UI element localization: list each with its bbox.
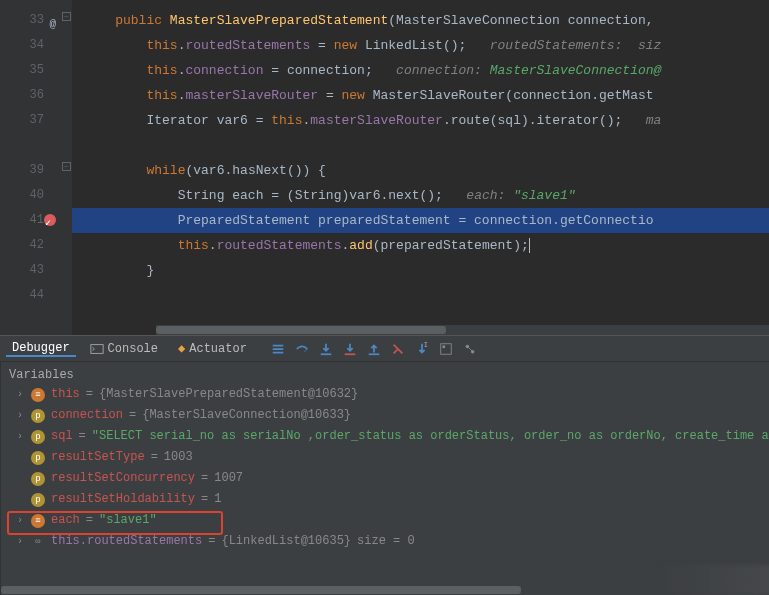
variable-row-resultsetconcurrency[interactable]: p resultSetConcurrency = 1007 <box>1 468 769 489</box>
object-icon: ≡ <box>31 514 45 528</box>
code-area[interactable]: public MasterSlavePreparedStatement(Mast… <box>72 0 769 335</box>
line-number: 36 <box>0 83 72 108</box>
expand-icon[interactable]: › <box>15 426 25 447</box>
code-line[interactable]: String each = (String)var6.next(); each:… <box>72 183 769 208</box>
run-to-cursor-icon[interactable]: I <box>415 342 429 356</box>
svg-rect-1 <box>321 353 332 355</box>
tab-actuator[interactable]: ◆ Actuator <box>172 341 253 356</box>
editor-gutter: 33@ 34 35 36 37 39 40 41 42 43 44 − − <box>0 0 72 335</box>
step-over-icon[interactable] <box>295 342 309 356</box>
code-line[interactable]: public MasterSlavePreparedStatement(Mast… <box>72 8 769 33</box>
param-icon: p <box>31 430 45 444</box>
console-icon <box>90 342 104 356</box>
step-into-icon[interactable] <box>319 342 333 356</box>
svg-text:I: I <box>424 342 428 349</box>
code-line[interactable]: Iterator var6 = this.masterSlaveRouter.r… <box>72 108 769 133</box>
svg-rect-0 <box>90 344 102 353</box>
show-execution-point-icon[interactable] <box>271 342 285 356</box>
expand-icon[interactable]: › <box>15 510 25 531</box>
code-line[interactable]: this.routedStatements.add(preparedStatem… <box>72 233 769 258</box>
evaluate-icon[interactable] <box>439 342 453 356</box>
force-step-into-icon[interactable] <box>343 342 357 356</box>
variable-row-connection[interactable]: › p connection = {MasterSlaveConnection@… <box>1 405 769 426</box>
line-number: 37 <box>0 108 72 133</box>
code-line[interactable]: this.connection = connection; connection… <box>72 58 769 83</box>
step-out-icon[interactable] <box>367 342 381 356</box>
link-icon: ∞ <box>31 535 45 549</box>
variable-row-each[interactable]: › ≡ each = "slave1" <box>1 510 769 531</box>
code-editor[interactable]: 33@ 34 35 36 37 39 40 41 42 43 44 − − pu… <box>0 0 769 335</box>
code-line-blank[interactable] <box>72 283 769 308</box>
variable-row-resultsettype[interactable]: p resultSetType = 1003 <box>1 447 769 468</box>
code-line-blank[interactable] <box>72 133 769 158</box>
line-number-blank <box>0 133 72 158</box>
expand-icon[interactable]: › <box>15 405 25 426</box>
param-icon: p <box>31 409 45 423</box>
variables-panel[interactable]: Variables › ≡ this = {MasterSlavePrepare… <box>1 362 769 595</box>
param-icon: p <box>31 451 45 465</box>
blur-overlay <box>658 565 769 595</box>
line-number: 43 <box>0 258 72 283</box>
actuator-icon: ◆ <box>178 341 185 356</box>
variables-horizontal-scrollbar[interactable] <box>1 585 769 595</box>
variable-row-sql[interactable]: › p sql = "SELECT serial_no as serialNo … <box>1 426 769 447</box>
line-number: 34 <box>0 33 72 58</box>
line-number: 35 <box>0 58 72 83</box>
code-line[interactable]: while(var6.hasNext()) { <box>72 158 769 183</box>
svg-rect-5 <box>441 343 452 354</box>
debug-toolbar: I <box>271 342 477 356</box>
debug-tabs: Debugger Console ◆ Actuator I <box>0 336 769 362</box>
trace-icon[interactable] <box>463 342 477 356</box>
tab-debugger[interactable]: Debugger <box>6 341 76 357</box>
line-number: 40 <box>0 183 72 208</box>
expand-icon[interactable]: › <box>15 531 25 552</box>
variables-header: Variables <box>1 366 769 384</box>
fold-icon[interactable]: − <box>62 162 71 171</box>
line-number: 44 <box>0 283 72 308</box>
drop-frame-icon[interactable] <box>391 342 405 356</box>
tab-console[interactable]: Console <box>84 342 164 356</box>
override-icon: @ <box>42 12 56 26</box>
line-number: 41 <box>0 208 72 233</box>
variable-row-resultsetholdability[interactable]: p resultSetHoldability = 1 <box>1 489 769 510</box>
this-icon: ≡ <box>31 388 45 402</box>
svg-rect-6 <box>442 345 445 348</box>
editor-horizontal-scrollbar[interactable] <box>156 325 769 335</box>
debug-panel: Debugger Console ◆ Actuator I Fra ← + <box>0 335 769 595</box>
fold-icon[interactable]: − <box>62 12 71 21</box>
param-icon: p <box>31 472 45 486</box>
param-icon: p <box>31 493 45 507</box>
code-line[interactable]: this.routedStatements = new LinkedList()… <box>72 33 769 58</box>
expand-icon[interactable]: › <box>15 384 25 405</box>
variable-row-routedstatements[interactable]: › ∞ this.routedStatements = {LinkedList@… <box>1 531 769 552</box>
scrollbar-thumb[interactable] <box>156 326 446 334</box>
breakpoint-icon[interactable] <box>44 214 56 226</box>
svg-rect-3 <box>369 353 380 355</box>
variable-row-this[interactable]: › ≡ this = {MasterSlavePreparedStatement… <box>1 384 769 405</box>
execution-line[interactable]: PreparedStatement preparedStatement = co… <box>72 208 769 233</box>
debug-body: Fra ← + <init>: <init>: prepare invoke i… <box>0 362 769 595</box>
svg-rect-2 <box>345 353 356 355</box>
line-number: 42 <box>0 233 72 258</box>
scrollbar-thumb[interactable] <box>1 586 521 594</box>
code-line[interactable]: this.masterSlaveRouter = new MasterSlave… <box>72 83 769 108</box>
code-line[interactable]: } <box>72 258 769 283</box>
